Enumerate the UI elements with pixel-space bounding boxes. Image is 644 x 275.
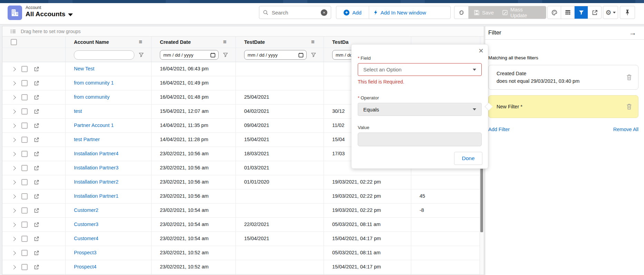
row-checkbox[interactable] (21, 179, 28, 185)
row-checkbox[interactable] (21, 250, 28, 256)
account-name-link[interactable]: Customer4 (74, 236, 98, 241)
row-groups-dropzone[interactable]: Drag here to set row groups (2, 26, 484, 37)
open-record-icon[interactable] (34, 109, 39, 114)
open-record-icon[interactable] (34, 165, 39, 171)
row-checkbox[interactable] (21, 264, 28, 270)
open-new-window-button[interactable] (588, 6, 601, 19)
row-checkbox[interactable] (21, 193, 28, 199)
remove-all-link[interactable]: Remove All (613, 127, 638, 132)
calendar-icon[interactable] (210, 52, 215, 58)
delete-filter-icon[interactable] (626, 74, 632, 80)
column-menu-icon[interactable]: ≡ (139, 39, 142, 46)
add-in-new-window-button[interactable]: Add In New window (369, 6, 450, 19)
row-checkbox[interactable] (21, 66, 28, 72)
refresh-button[interactable] (454, 6, 469, 19)
row-expand-chevron-icon[interactable] (11, 67, 16, 71)
row-expand-chevron-icon[interactable] (11, 208, 16, 213)
account-name-link[interactable]: from community 1 (74, 80, 114, 86)
collapse-panel-icon[interactable]: → (629, 29, 636, 37)
row-checkbox[interactable] (21, 222, 28, 228)
open-record-icon[interactable] (34, 66, 39, 72)
open-record-icon[interactable] (34, 137, 39, 143)
row-expand-chevron-icon[interactable] (11, 180, 16, 185)
open-record-icon[interactable] (34, 194, 39, 199)
row-checkbox[interactable] (21, 151, 28, 157)
account-name-link[interactable]: from community (74, 94, 109, 100)
column-header-account-name[interactable]: Account Name ≡ (66, 37, 152, 48)
row-checkbox[interactable] (21, 207, 28, 214)
select-all-checkbox[interactable] (11, 39, 17, 45)
row-expand-chevron-icon[interactable] (11, 152, 16, 156)
row-expand-chevron-icon[interactable] (11, 237, 16, 241)
field-select[interactable]: Select an Option (358, 63, 482, 76)
account-name-link[interactable]: Customer2 (74, 207, 98, 213)
add-filter-link[interactable]: Add Filter (488, 127, 510, 132)
open-record-icon[interactable] (34, 250, 39, 256)
row-expand-chevron-icon[interactable] (11, 265, 16, 269)
column-header-test-date[interactable]: TestDate ≡ (236, 37, 324, 48)
open-record-icon[interactable] (34, 151, 39, 157)
account-name-link[interactable]: test (74, 108, 82, 114)
delete-filter-icon[interactable] (626, 104, 632, 110)
row-expand-chevron-icon[interactable] (11, 194, 16, 199)
account-name-link[interactable]: Installation Partner4 (74, 151, 118, 156)
created-date-filter-input[interactable]: mm / dd / yyyy (160, 50, 219, 60)
row-expand-chevron-icon[interactable] (11, 95, 16, 100)
clear-search-icon[interactable]: × (321, 9, 327, 16)
account-name-link[interactable]: Customer3 (74, 222, 98, 227)
row-expand-chevron-icon[interactable] (11, 166, 16, 170)
operator-select[interactable]: Equals (358, 103, 482, 116)
open-record-icon[interactable] (34, 80, 39, 86)
test-date-filter-input[interactable]: mm / dd / yyyy (244, 50, 307, 60)
row-checkbox[interactable] (21, 122, 28, 129)
row-checkbox[interactable] (21, 80, 28, 86)
open-record-icon[interactable] (34, 208, 39, 213)
row-expand-chevron-icon[interactable] (11, 81, 16, 86)
calendar-icon[interactable] (298, 52, 304, 58)
account-name-link[interactable]: Partner Account 1 (74, 122, 114, 128)
view-title[interactable]: All Accounts (26, 10, 73, 18)
row-checkbox[interactable] (21, 108, 28, 115)
column-menu-icon[interactable]: ≡ (311, 39, 315, 46)
account-name-link[interactable]: Installation Partner3 (74, 165, 118, 170)
row-expand-chevron-icon[interactable] (11, 109, 16, 114)
filter-toggle-button[interactable] (575, 6, 588, 19)
account-name-link[interactable]: Prospect4 (74, 264, 96, 269)
filter-card-new-filter[interactable]: New Filter * (488, 95, 638, 118)
columns-button[interactable] (561, 6, 575, 19)
row-checkbox[interactable] (21, 165, 28, 171)
add-button[interactable]: + Add (336, 6, 369, 19)
done-button[interactable]: Done (454, 152, 482, 165)
close-icon[interactable]: × (479, 47, 483, 55)
search-input[interactable] (271, 9, 321, 16)
account-name-link[interactable]: test Partner (74, 137, 100, 142)
row-expand-chevron-icon[interactable] (11, 138, 16, 142)
account-name-link[interactable]: Prospect3 (74, 250, 96, 255)
save-button[interactable]: Save (482, 10, 494, 16)
mass-update-button[interactable]: Mass Update (510, 7, 541, 18)
filter-funnel-icon[interactable] (223, 52, 228, 57)
pin-button[interactable] (620, 6, 635, 19)
filter-funnel-icon[interactable] (311, 52, 316, 57)
filter-funnel-icon[interactable] (139, 52, 144, 57)
open-record-icon[interactable] (34, 264, 39, 270)
open-record-icon[interactable] (34, 222, 39, 227)
account-name-link[interactable]: Installation Partner1 (74, 193, 118, 199)
account-name-link[interactable]: New Test (74, 66, 94, 71)
row-checkbox[interactable] (21, 94, 28, 100)
column-header-created-date[interactable]: Created Date ≡ (152, 37, 236, 48)
row-checkbox[interactable] (21, 236, 28, 242)
row-expand-chevron-icon[interactable] (11, 223, 16, 227)
row-checkbox[interactable] (21, 137, 28, 143)
settings-button[interactable]: ⚙ (603, 6, 618, 19)
open-record-icon[interactable] (34, 123, 39, 128)
account-name-filter-input[interactable] (74, 50, 134, 60)
open-record-icon[interactable] (34, 236, 39, 242)
row-expand-chevron-icon[interactable] (11, 124, 16, 128)
row-expand-chevron-icon[interactable] (11, 251, 16, 255)
value-input[interactable] (358, 132, 482, 146)
account-name-link[interactable]: Installation Partner2 (74, 179, 118, 185)
open-record-icon[interactable] (34, 179, 39, 185)
open-record-icon[interactable] (34, 95, 39, 100)
column-menu-icon[interactable]: ≡ (223, 39, 227, 46)
